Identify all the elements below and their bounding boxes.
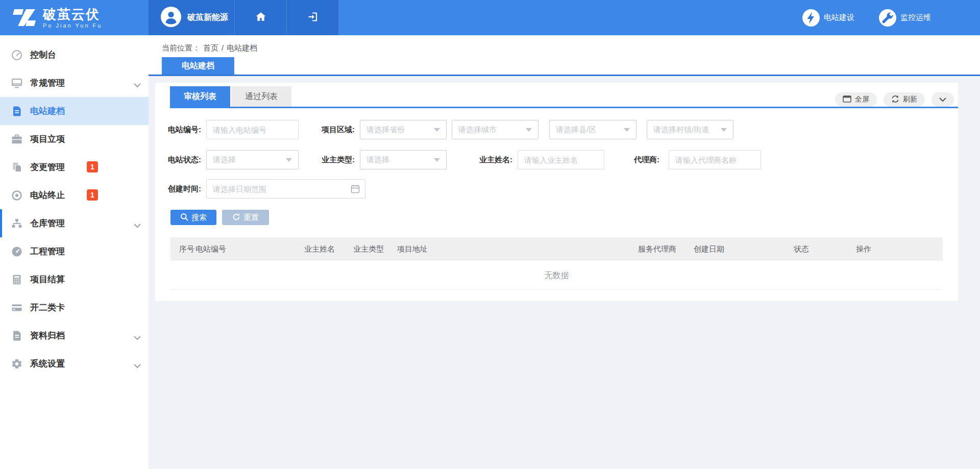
table-header: 序号 电站编号 业主姓名 业主类型 项目地址 服务代理商 创建日期 状态 操作 [170,237,943,260]
logo-mark-icon [11,7,37,29]
dashboard-icon [10,48,23,62]
sidebar-item-label: 项目立项 [30,133,65,145]
tab-passed-list[interactable]: 通过列表 [231,86,291,107]
calculator-icon [10,273,23,286]
nav-label: 监控运维 [900,13,931,22]
caret-down-icon [434,128,440,132]
sidebar-item-label: 电站建档 [30,105,65,117]
reset-icon [232,213,240,223]
document-icon [10,105,23,118]
lightning-icon [802,9,820,27]
column-seq: 序号 [179,237,194,260]
table-empty-state: 无数据 [170,261,943,290]
sidebar-item-console[interactable]: 控制台 [0,41,149,69]
header-nav: 电站建设 监控运维 [339,0,980,35]
town-select[interactable]: 请选择村镇/街道 [647,120,733,139]
caret-down-icon [624,128,630,132]
nav-label: 电站建设 [824,13,854,22]
logo-title: 破茧云伏 [43,7,102,21]
sidebar-item-type2-card[interactable]: 开二类卡 [0,293,149,322]
sidebar-item-general-management[interactable]: 常规管理 [0,69,149,97]
caret-down-icon [526,128,532,132]
badge-count: 1 [87,161,98,172]
sidebar-item-label: 仓库管理 [30,217,65,229]
login-button[interactable] [287,0,339,35]
chevron-down-icon [134,221,141,230]
owner-type-select[interactable]: 请选择 [360,150,447,169]
sidebar: 控制台 常规管理 电站建档 [0,35,149,469]
chevron-down-icon [134,81,141,90]
sidebar-item-station-termination[interactable]: 电站终止 1 [0,181,149,209]
content-panel: 审核列表 通过列表 全屏 [155,83,958,301]
sidebar-item-change-management[interactable]: 变更管理 1 [0,153,149,181]
briefcase-icon [10,133,23,146]
user-avatar-icon [161,7,181,29]
sitemap-icon [10,217,23,230]
column-service-agent: 服务代理商 [638,237,676,260]
login-arrow-icon [307,11,319,25]
reset-button[interactable]: 重置 [222,210,269,225]
nav-station-construction[interactable]: 电站建设 [802,9,854,27]
caret-down-icon [434,158,440,162]
monitor-icon [10,77,23,90]
column-actions: 操作 [856,237,871,260]
gauge-icon [10,245,23,258]
sidebar-item-label: 项目结算 [30,274,65,285]
station-no-label: 电站编号: [165,120,201,139]
town-placeholder: 请选择村镇/街道 [653,125,721,135]
gear-icon [10,357,23,371]
station-no-input[interactable] [206,120,299,139]
column-station-no: 电站编号 [195,237,226,260]
sidebar-item-station-filing[interactable]: 电站建档 [0,97,149,125]
refresh-icon [891,95,899,105]
column-created-date: 创建日期 [694,237,724,260]
city-placeholder: 请选择城市 [458,125,526,135]
sidebar-item-label: 工程管理 [30,245,65,257]
wrench-icon [879,9,896,27]
collapse-filter-button[interactable] [932,92,954,107]
sidebar-item-project-settlement[interactable]: 项目结算 [0,265,149,293]
city-select[interactable]: 请选择城市 [452,120,538,139]
active-indicator-bar [0,209,2,237]
fullscreen-button[interactable]: 全屏 [835,92,877,107]
chevron-down-icon [939,95,946,104]
sidebar-item-data-archive[interactable]: 资料归档 [0,322,149,350]
home-button[interactable] [235,0,287,35]
user-menu[interactable]: 破茧新能源 [149,0,235,35]
county-placeholder: 请选择县/区 [556,125,624,135]
page-tab-station-filing[interactable]: 电站建档 [162,57,234,75]
search-button[interactable]: 搜索 [170,210,216,225]
logo-subtitle: Po Jian Yun Fu [43,22,102,29]
date-range-input[interactable] [206,179,365,199]
county-select[interactable]: 请选择县/区 [549,120,636,139]
sidebar-item-warehouse-management[interactable]: 仓库管理 [0,209,149,237]
breadcrumb: 当前位置： 首页 / 电站建档 [162,43,257,53]
sidebar-item-label: 系统设置 [30,358,65,369]
search-icon [180,213,188,223]
panel-toolbar: 全屏 刷新 [835,92,954,107]
station-status-select[interactable]: 请选择 [206,150,299,169]
refresh-label: 刷新 [903,95,917,104]
sidebar-item-engineering-management[interactable]: 工程管理 [0,237,149,265]
fullscreen-label: 全屏 [855,95,869,104]
main-content: 当前位置： 首页 / 电站建档 电站建档 审核列表 通过列表 [149,35,980,469]
agent-input[interactable] [669,150,761,169]
caret-down-icon [721,128,727,132]
province-placeholder: 请选择省份 [366,125,434,135]
sidebar-item-label: 常规管理 [30,77,65,89]
caret-down-icon [286,158,292,162]
station-status-label: 电站状态: [165,150,201,169]
column-project-address: 项目地址 [397,237,428,260]
refresh-button[interactable]: 刷新 [884,92,925,107]
sidebar-item-label: 控制台 [30,49,56,61]
tab-review-list[interactable]: 审核列表 [170,86,230,107]
province-select[interactable]: 请选择省份 [360,120,447,139]
owner-name-input[interactable] [518,150,604,169]
column-owner-type: 业主类型 [353,237,384,260]
sidebar-item-project-initiation[interactable]: 项目立项 [0,125,149,153]
sidebar-item-label: 开二类卡 [30,302,65,313]
nav-monitoring-ops[interactable]: 监控运维 [879,9,931,27]
copy-pages-icon [10,161,23,174]
sidebar-item-system-settings[interactable]: 系统设置 [0,350,149,378]
breadcrumb-home-link[interactable]: 首页 [203,43,218,53]
